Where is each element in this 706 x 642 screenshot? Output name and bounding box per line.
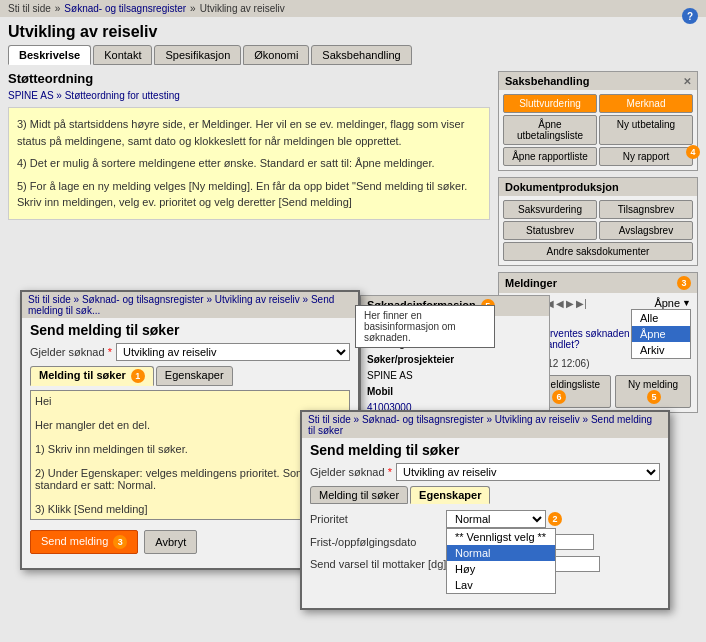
dropdown-list: Alle Åpne Arkiv — [631, 309, 691, 359]
info-yellow-box: 3) Midt på startsiddens høyre side, er M… — [8, 107, 490, 220]
pager-next[interactable]: ▶ — [566, 298, 574, 309]
send-melding-button[interactable]: Send melding 3 — [30, 530, 138, 554]
dokumentproduksjon-title: Dokumentproduksjon — [499, 178, 697, 196]
badge-3-btn: 3 — [113, 535, 127, 549]
required-star: * — [108, 346, 112, 358]
send-melding-small-breadcrumb: Sti til side » Søknad- og tilsagnsregist… — [302, 412, 668, 438]
saksbehandling-title: Saksbehandling ✕ — [499, 72, 697, 90]
breadcrumb-sti: Sti til side — [8, 3, 51, 14]
soknad-soker-label: Søker/prosjekteier — [367, 352, 543, 368]
send-modal-tabs: Melding til søker 1 Egenskaper — [22, 366, 358, 386]
dropdown-item-arkiv[interactable]: Arkiv — [632, 342, 690, 358]
tab-melding-til-soker[interactable]: Melding til søker 1 — [30, 366, 154, 386]
send-melding-large-title: Send melding til søker — [22, 318, 358, 340]
saksvurdering-button[interactable]: Saksvurdering — [503, 200, 597, 219]
breadcrumb-soknad[interactable]: Søknad- og tilsagnsregister — [64, 3, 186, 14]
tab-saksbehandling[interactable]: Saksbehandling — [311, 45, 411, 65]
prioritet-row: Prioritet Normal 2 ** Vennligst velg ** … — [310, 510, 660, 528]
main-page: ? Sti til side » Søknad- og tilsagnsregi… — [0, 0, 706, 642]
send-melding-small-modal: Sti til side » Søknad- og tilsagnsregist… — [300, 410, 670, 610]
tab-spesifikasjon[interactable]: Spesifikasjon — [154, 45, 241, 65]
priority-option-normal[interactable]: Normal — [447, 545, 555, 561]
breadcrumb-current: Utvikling av reiseliv — [200, 3, 285, 14]
frist-label: Frist-/oppfølgingsdato — [310, 536, 440, 548]
send-modal-small-tabs: Melding til søker Egenskaper — [302, 486, 668, 504]
dropdown-icon[interactable]: ▼ — [682, 298, 691, 308]
ny-melding-button[interactable]: Ny melding 5 — [615, 375, 691, 408]
sluttvurdering-button[interactable]: Sluttvurdering — [503, 94, 597, 113]
dokumentproduksjon-buttons: Saksvurdering Tilsagnsbrev Statusbrev Av… — [499, 196, 697, 265]
meldinger-dropdown-group: Åpne ▼ Alle Åpne Arkiv 4 — [654, 297, 691, 309]
statusbrev-button[interactable]: Statusbrev — [503, 221, 597, 240]
merknad-button[interactable]: Merknad — [599, 94, 693, 113]
apne-label: Åpne — [654, 297, 680, 309]
gjelder-field-row: Gjelder søknad * Utvikling av reiseliv — [22, 340, 358, 364]
saksbehandling-box: Saksbehandling ✕ Sluttvurdering Merknad … — [498, 71, 698, 171]
send-melding-large-breadcrumb: Sti til side » Søknad- og tilsagnsregist… — [22, 292, 358, 318]
gjelder-select[interactable]: Utvikling av reiseliv — [116, 343, 350, 361]
badge-5-mel: 5 — [647, 390, 661, 404]
prioritet-select[interactable]: Normal — [446, 510, 546, 528]
support-link[interactable]: SPINE AS » Støtteordning for uttesting — [8, 90, 490, 101]
dokumentproduksjon-box: Dokumentproduksjon Saksvurdering Tilsagn… — [498, 177, 698, 266]
tabs-row: Beskrivelse Kontakt Spesifikasjon Økonom… — [0, 45, 706, 71]
meldinger-badge: 3 — [677, 276, 691, 290]
close-icon[interactable]: ✕ — [683, 76, 691, 87]
tab-okonomi[interactable]: Økonomi — [243, 45, 309, 65]
badge-6: 6 — [552, 390, 566, 404]
required-star-small: * — [388, 466, 392, 478]
page-title: Utvikling av reiseliv — [0, 17, 706, 45]
priority-option-vennligst[interactable]: ** Vennligst velg ** — [447, 529, 555, 545]
tab-egenskaper-small[interactable]: Egenskaper — [410, 486, 490, 504]
mel-select-group: Åpne ▼ — [654, 297, 691, 309]
support-title: Støtteordning — [8, 71, 490, 86]
ny-rapport-button[interactable]: Ny rapport — [599, 147, 693, 166]
badge-1: 1 — [131, 369, 145, 383]
priority-option-lav[interactable]: Lav — [447, 577, 555, 593]
gjelder-label-small: Gjelder søknad * — [310, 466, 392, 478]
priority-option-hoy[interactable]: Høy — [447, 561, 555, 577]
prioritet-field: Normal 2 ** Vennligst velg ** Normal Høy… — [446, 510, 562, 528]
ny-utbetaling-button[interactable]: Ny utbetaling — [599, 115, 693, 145]
tab-kontakt[interactable]: Kontakt — [93, 45, 152, 65]
tab-melding-small[interactable]: Melding til søker — [310, 486, 408, 504]
prioritet-label: Prioritet — [310, 513, 440, 525]
tab-beskrivelse[interactable]: Beskrivelse — [8, 45, 91, 65]
avslagsbrev-button[interactable]: Avslagsbrev — [599, 221, 693, 240]
pager-prev[interactable]: ◀ — [556, 298, 564, 309]
gjelder-label: Gjelder søknad * — [30, 346, 112, 358]
apne-rapportliste-button[interactable]: Åpne rapportliste — [503, 147, 597, 166]
badge-2: 2 — [548, 512, 562, 526]
tooltip-bubble: Her finner en basisinformasjon om søknad… — [355, 305, 495, 348]
andre-saksdokumenter-button[interactable]: Andre saksdokumenter — [503, 242, 693, 261]
gjelder-field-row-small: Gjelder søknad * Utvikling av reiseliv — [302, 460, 668, 484]
saksbehandling-buttons: Sluttvurdering Merknad Åpne utbetalingsl… — [499, 90, 697, 170]
badge-4: 4 — [686, 145, 700, 159]
tilsagnsbrev-button[interactable]: Tilsagnsbrev — [599, 200, 693, 219]
send-melding-small-title: Send melding til søker — [302, 438, 668, 460]
dropdown-item-alle[interactable]: Alle — [632, 310, 690, 326]
tab-egenskaper[interactable]: Egenskaper — [156, 366, 233, 386]
priority-dropdown: ** Vennligst velg ** Normal Høy Lav — [446, 528, 556, 594]
soknad-soker-value: SPINE AS — [367, 368, 543, 384]
avbryt-button[interactable]: Avbryt — [144, 530, 197, 554]
pager-last[interactable]: ▶| — [576, 298, 587, 309]
soknad-mobil-label: Mobil — [367, 384, 543, 400]
gjelder-select-small[interactable]: Utvikling av reiseliv — [396, 463, 660, 481]
egenskaper-content: Prioritet Normal 2 ** Vennligst velg ** … — [302, 504, 668, 584]
apne-utbetalingsliste-button[interactable]: Åpne utbetalingsliste — [503, 115, 597, 145]
info-icon[interactable]: ? — [682, 8, 698, 24]
meldinger-title: Meldinger 3 — [499, 273, 697, 293]
varsel-label: Send varsel til mottaker [dg] — [310, 558, 446, 570]
dropdown-item-apne[interactable]: Åpne — [632, 326, 690, 342]
breadcrumb: Sti til side » Søknad- og tilsagnsregist… — [0, 0, 706, 17]
